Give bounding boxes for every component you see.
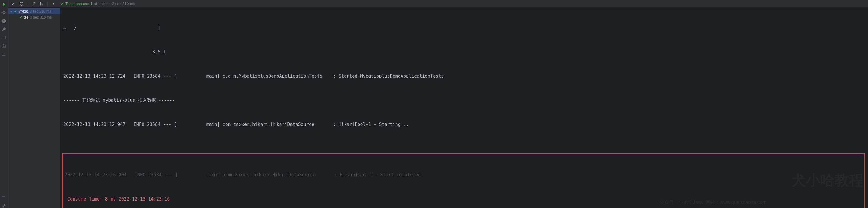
settings-icon[interactable] xyxy=(1,19,6,23)
check-icon: ✔ xyxy=(19,15,23,20)
sql-consume-time: Consume Time: 8 ms 2022-12-13 14:23:16 xyxy=(65,195,863,203)
test-tree: ▾ ✔ Mybat 3 sec 310 ms ✔ tes 3 sec 310 m… xyxy=(8,8,60,208)
svg-rect-6 xyxy=(2,36,6,39)
sort-time-button[interactable] xyxy=(38,1,45,7)
stop-tests-button[interactable] xyxy=(18,1,25,7)
test-status: ✔ Tests passed: 1 of 1 test – 3 sec 310 … xyxy=(61,1,135,6)
svg-rect-8 xyxy=(2,45,6,47)
layout-icon[interactable] xyxy=(1,35,6,40)
console-line: 2022-12-13 14:23:12.947 INFO 23584 --- [… xyxy=(63,120,865,129)
svg-rect-10 xyxy=(3,44,4,45)
tree-root-row[interactable]: ▾ ✔ Mybat 3 sec 310 ms xyxy=(8,8,60,14)
check-icon: ✔ xyxy=(13,9,18,13)
status-passed-label: Tests passed: xyxy=(65,1,89,6)
pin-icon[interactable] xyxy=(1,203,6,208)
console-line: … / | xyxy=(63,24,865,32)
camera-icon[interactable] xyxy=(1,43,6,48)
wrench-icon[interactable] xyxy=(1,27,6,32)
chevron-right-button[interactable] xyxy=(50,1,57,7)
tree-root-time: 3 sec 310 ms xyxy=(30,9,51,13)
svg-point-0 xyxy=(3,11,5,14)
separator xyxy=(47,1,48,7)
sort-az-button[interactable] xyxy=(30,1,36,7)
console-output[interactable]: … / | 3.5.1 2022-12-13 14:23:12.724 INFO… xyxy=(60,8,868,208)
separator xyxy=(27,1,28,7)
tree-child-row[interactable]: ✔ tes 3 sec 310 ms xyxy=(8,14,60,20)
status-passed-count: 1 xyxy=(91,1,93,6)
console-line-in-box-muted: 2022-12-13 14:23:16.004 INFO 23584 --- [… xyxy=(65,171,863,179)
tree-child-time: 3 sec 310 ms xyxy=(30,15,52,20)
export-icon[interactable] xyxy=(1,52,6,57)
check-icon: ✔ xyxy=(61,1,64,6)
svg-line-12 xyxy=(21,3,23,5)
chevron-down-icon[interactable]: ▾ xyxy=(9,10,13,13)
run-icon[interactable] xyxy=(1,2,6,7)
console-line: ------ 开始测试 mybatis-plus 插入数据 ------ xyxy=(63,96,865,104)
left-toolbar xyxy=(0,0,8,208)
status-duration: 3 sec 310 ms xyxy=(112,1,135,6)
highlight-box: 2022-12-13 14:23:16.004 INFO 23584 --- [… xyxy=(62,153,865,208)
tree-child-label: tes xyxy=(24,15,28,20)
debug-icon[interactable] xyxy=(1,10,6,15)
svg-point-5 xyxy=(3,20,4,22)
console-line: 2022-12-13 14:23:12.724 INFO 23584 --- [… xyxy=(63,72,865,80)
tree-root-label: Mybat xyxy=(18,9,28,13)
console-line: 3.5.1 xyxy=(63,48,865,56)
check-tests-button[interactable] xyxy=(10,1,17,7)
status-of-text: of 1 test – xyxy=(94,1,111,6)
collapse-icon[interactable] xyxy=(1,195,6,200)
test-toolbar: ✔ Tests passed: 1 of 1 test – 3 sec 310 … xyxy=(8,0,868,8)
svg-point-9 xyxy=(3,46,4,47)
